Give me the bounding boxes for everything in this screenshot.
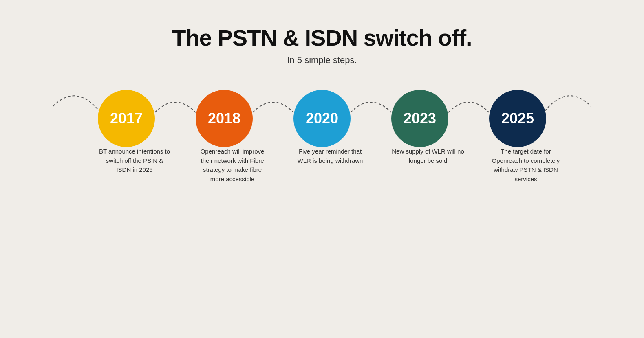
year-2023: 2023 <box>404 110 436 127</box>
connector-3-4 <box>351 100 391 125</box>
descriptions-row: BT announce intentions to switch off the… <box>37 147 607 184</box>
left-arc-svg <box>53 98 102 131</box>
year-2025: 2025 <box>501 110 534 127</box>
circle-2020: 2020 <box>293 90 351 147</box>
description-2018: Openreach will improve their network wit… <box>192 147 273 184</box>
right-arc-svg <box>542 98 591 131</box>
timeline-item-2020: 2020 <box>293 90 351 147</box>
description-2017: BT announce intentions to switch off the… <box>94 147 175 175</box>
year-2020: 2020 <box>306 110 338 127</box>
circle-2023: 2023 <box>391 90 448 147</box>
timeline-item-2017: 2017 <box>98 90 155 147</box>
year-2018: 2018 <box>208 110 240 127</box>
page-subtitle: In 5 simple steps. <box>287 55 357 66</box>
connector-4-5 <box>448 100 489 125</box>
year-2017: 2017 <box>110 110 143 127</box>
circles-wrapper: 2017 2018 2020 20 <box>53 90 591 147</box>
description-2023: New supply of WLR will no longer be sold <box>387 147 469 165</box>
circle-2025: 2025 <box>489 90 546 147</box>
description-2025: The target date for Openreach to complet… <box>485 147 567 184</box>
timeline-item-2025: 2025 <box>489 90 546 147</box>
page-title: The PSTN & ISDN switch off. <box>172 24 472 51</box>
circle-2017: 2017 <box>98 90 155 147</box>
circle-2018: 2018 <box>196 90 253 147</box>
connector-2-3 <box>253 100 293 125</box>
timeline-item-2018: 2018 <box>196 90 253 147</box>
description-2020: Five year reminder that WLR is being wit… <box>289 147 371 165</box>
connector-1-2 <box>155 100 196 125</box>
timeline-item-2023: 2023 <box>391 90 448 147</box>
timeline-container: 2017 2018 2020 20 <box>37 90 607 184</box>
